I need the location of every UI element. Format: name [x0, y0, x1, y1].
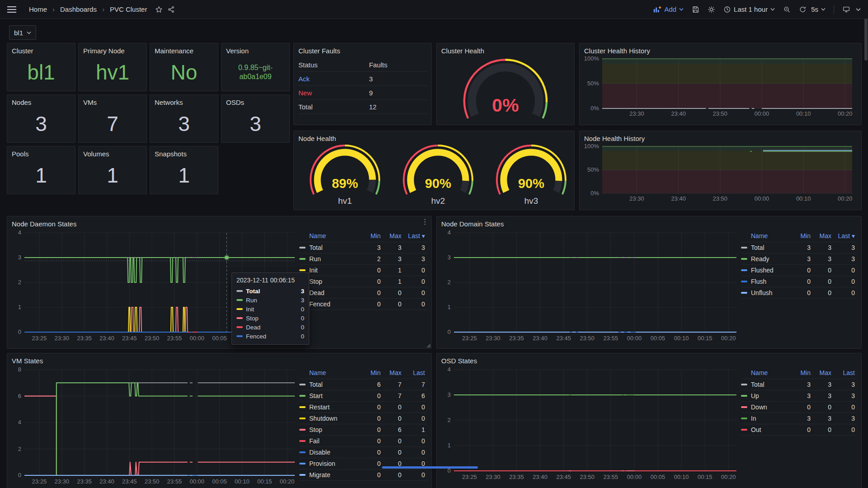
legend-value: 0 — [382, 300, 403, 308]
legend-value: 6 — [362, 381, 382, 388]
svg-text:00:10: 00:10 — [674, 335, 689, 342]
legend-col-last[interactable]: Last ▾ — [833, 232, 857, 239]
legend-row: Start076 — [299, 390, 427, 402]
legend-series-total[interactable]: Total — [741, 381, 792, 388]
legend-series-start[interactable]: Start — [299, 392, 362, 399]
share-icon[interactable] — [167, 6, 175, 13]
svg-text:90%: 90% — [425, 176, 451, 191]
kiosk-mode-button[interactable] — [842, 6, 850, 13]
legend-col-min[interactable]: Min — [792, 369, 812, 376]
legend-col-max[interactable]: Max — [382, 232, 403, 239]
svg-text:23:25: 23:25 — [32, 478, 47, 485]
star-icon[interactable] — [155, 6, 163, 13]
legend-series-disable[interactable]: Disable — [299, 449, 362, 456]
series-color-swatch — [741, 418, 747, 419]
vm-states-chart[interactable]: 0246823:2523:3023:3523:4023:4523:5023:55… — [12, 366, 299, 488]
cluster-health-history-chart[interactable]: 0%50%100%23:3023:4023:5000:0000:1000:20 — [584, 56, 857, 121]
panel-resize-handle[interactable] — [426, 343, 430, 347]
fault-status[interactable]: New — [298, 89, 369, 97]
legend-value: 0 — [382, 404, 403, 411]
faults-col-faults[interactable]: Faults — [369, 61, 427, 69]
svg-text:00:00: 00:00 — [627, 335, 642, 342]
menu-icon[interactable] — [7, 6, 16, 13]
zoom-out-button[interactable] — [783, 6, 791, 13]
legend-row: Total333 — [741, 379, 857, 390]
legend-series-restart[interactable]: Restart — [299, 404, 362, 411]
legend-col-min[interactable]: Min — [362, 232, 382, 239]
node-health-history-chart[interactable]: 0%50%100%23:3023:4023:5000:0000:1000:20 — [584, 144, 857, 206]
save-dashboard-button[interactable] — [692, 6, 699, 13]
legend-series-ready[interactable]: Ready — [741, 255, 792, 263]
legend-col-last[interactable]: Last ▾ — [403, 232, 427, 239]
legend-series-down[interactable]: Down — [741, 404, 792, 411]
node-domain-states-chart[interactable]: 0123423:2523:3023:3523:4023:4523:5023:55… — [441, 229, 741, 345]
legend-col-name[interactable]: Name — [299, 232, 362, 239]
fault-status[interactable]: Ack — [298, 75, 369, 83]
svg-text:2: 2 — [18, 279, 21, 286]
series-color-swatch — [299, 395, 306, 397]
tooltip-row: Init0 — [236, 305, 304, 314]
top-nav: Home › Dashboards › PVC Cluster Add Last… — [0, 0, 868, 19]
legend-value: 1 — [382, 278, 403, 285]
zoom-out-icon — [783, 6, 791, 13]
osd-states-chart[interactable]: 0123423:2523:3023:3523:4023:4523:5023:55… — [441, 366, 741, 488]
time-range-picker[interactable]: Last 1 hour — [723, 5, 775, 13]
legend-col-name[interactable]: Name — [741, 232, 792, 239]
add-button[interactable]: Add — [653, 5, 684, 13]
tooltip-row: Stop0 — [236, 314, 304, 323]
refresh-interval-picker[interactable]: 5s — [811, 5, 826, 13]
node-gauge-hv3: 90%hv3 — [485, 139, 578, 206]
legend-series-flushed[interactable]: Flushed — [741, 267, 792, 274]
series-color-swatch — [236, 308, 243, 310]
legend-row: Unflush000 — [741, 287, 857, 299]
dashboard-settings-button[interactable] — [708, 6, 715, 13]
legend-value: 0 — [362, 471, 382, 479]
stat-title: Volumes — [83, 149, 142, 159]
legend-col-max[interactable]: Max — [812, 232, 833, 239]
legend-series-stop[interactable]: Stop — [299, 426, 362, 433]
horizontal-scrollbar-thumb[interactable] — [382, 466, 478, 469]
legend-col-last[interactable]: Last — [403, 369, 427, 376]
legend-series-total[interactable]: Total — [299, 381, 362, 388]
legend-series-run[interactable]: Run — [299, 255, 362, 263]
svg-text:23:30: 23:30 — [629, 195, 644, 202]
legend-series-in[interactable]: In — [741, 415, 792, 422]
breadcrumb-home[interactable]: Home — [29, 5, 47, 13]
stat-title: Snapshots — [155, 149, 213, 159]
node-daemon-states-chart[interactable]: 2023-12-11 00:06:15 Total3Run3Init0Stop0… — [12, 229, 299, 345]
tooltip-row: Run3 — [236, 296, 304, 305]
faults-col-status[interactable]: Status — [298, 61, 369, 69]
gear-icon — [708, 6, 715, 13]
toolbar-expand-button[interactable] — [856, 8, 861, 11]
legend-col-max[interactable]: Max — [382, 369, 403, 376]
faults-table: Status Faults Ack3New9Total12 — [298, 58, 427, 114]
legend-series-shutdown[interactable]: Shutdown — [299, 415, 362, 422]
legend-col-max[interactable]: Max — [812, 369, 833, 376]
legend-series-total[interactable]: Total — [741, 244, 792, 251]
breadcrumb-dashboards[interactable]: Dashboards — [60, 5, 97, 13]
legend-series-out[interactable]: Out — [741, 426, 792, 433]
legend-series-up[interactable]: Up — [741, 392, 792, 399]
series-color-swatch — [299, 406, 306, 408]
legend-series-unflush[interactable]: Unflush — [741, 289, 792, 296]
legend-col-min[interactable]: Min — [792, 232, 812, 239]
panel-menu-icon[interactable]: ⋮ — [421, 218, 429, 225]
legend-series-fail[interactable]: Fail — [299, 437, 362, 445]
legend-series-migrate[interactable]: Migrate — [299, 471, 362, 479]
panel-title: VM States — [12, 356, 427, 366]
legend-series-total[interactable]: Total — [299, 244, 362, 251]
refresh-button[interactable] — [799, 6, 807, 13]
legend-series-flush[interactable]: Flush — [741, 278, 792, 285]
legend-col-name[interactable]: Name — [741, 369, 792, 376]
gauge-label: hv2 — [431, 196, 445, 206]
legend-col-last[interactable]: Last — [833, 369, 857, 376]
series-color-swatch — [236, 299, 243, 301]
legend-value: 0 — [362, 392, 382, 399]
legend-series-provision[interactable]: Provision — [299, 460, 362, 467]
svg-text:23:50: 23:50 — [580, 335, 595, 342]
legend-col-min[interactable]: Min — [362, 369, 382, 376]
variable-dropdown-cluster[interactable]: bl1 — [9, 25, 36, 40]
legend-value: 2 — [362, 255, 382, 263]
legend-col-name[interactable]: Name — [299, 369, 362, 376]
legend-value: 3 — [792, 381, 812, 388]
